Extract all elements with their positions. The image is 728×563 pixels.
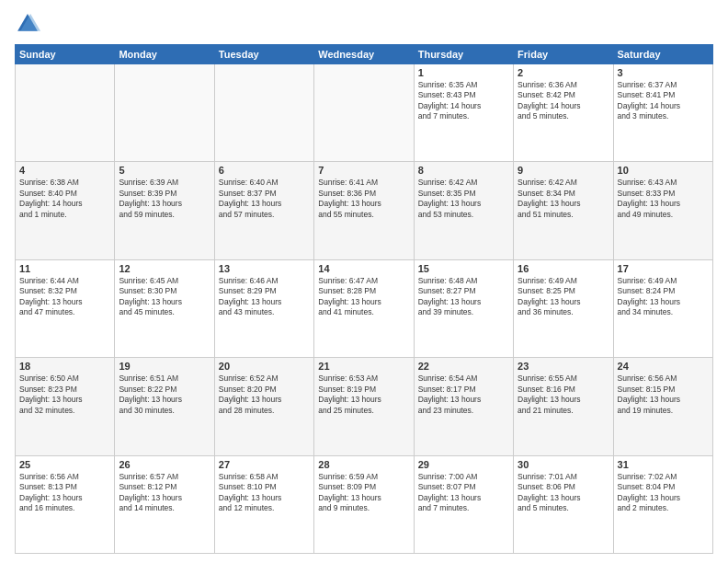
day-info: Sunrise: 6:55 AM Sunset: 8:16 PM Dayligh…	[518, 373, 609, 416]
day-number: 20	[219, 361, 310, 372]
day-number: 18	[19, 361, 110, 372]
day-info: Sunrise: 6:39 AM Sunset: 8:39 PM Dayligh…	[119, 178, 210, 220]
day-info: Sunrise: 6:59 AM Sunset: 8:09 PM Dayligh…	[318, 472, 409, 514]
day-info: Sunrise: 6:35 AM Sunset: 8:43 PM Dayligh…	[418, 80, 509, 122]
weekday-header: Thursday	[414, 45, 513, 64]
day-info: Sunrise: 6:52 AM Sunset: 8:20 PM Dayligh…	[219, 373, 310, 416]
day-info: Sunrise: 6:43 AM Sunset: 8:33 PM Dayligh…	[618, 178, 709, 220]
calendar-cell: 9Sunrise: 6:42 AM Sunset: 8:34 PM Daylig…	[514, 162, 613, 259]
calendar-cell: 24Sunrise: 6:56 AM Sunset: 8:15 PM Dayli…	[613, 358, 712, 455]
day-number: 3	[618, 67, 709, 78]
day-number: 28	[318, 459, 409, 470]
day-info: Sunrise: 6:49 AM Sunset: 8:25 PM Dayligh…	[518, 276, 609, 318]
calendar-week-row: 11Sunrise: 6:44 AM Sunset: 8:32 PM Dayli…	[16, 259, 713, 357]
calendar-cell: 31Sunrise: 7:02 AM Sunset: 8:04 PM Dayli…	[613, 455, 712, 553]
calendar-cell: 30Sunrise: 7:01 AM Sunset: 8:06 PM Dayli…	[514, 455, 613, 553]
day-number: 25	[19, 459, 110, 470]
calendar-cell: 4Sunrise: 6:38 AM Sunset: 8:40 PM Daylig…	[16, 162, 115, 259]
day-number: 5	[119, 165, 210, 176]
day-number: 17	[618, 263, 709, 274]
day-number: 24	[618, 361, 709, 372]
calendar-cell: 7Sunrise: 6:41 AM Sunset: 8:36 PM Daylig…	[314, 162, 414, 259]
calendar-cell	[214, 64, 313, 162]
day-info: Sunrise: 6:49 AM Sunset: 8:24 PM Dayligh…	[618, 276, 709, 318]
day-number: 6	[219, 165, 310, 176]
day-number: 22	[418, 361, 509, 372]
day-info: Sunrise: 6:44 AM Sunset: 8:32 PM Dayligh…	[19, 276, 110, 318]
logo-icon	[15, 11, 40, 37]
calendar-cell: 13Sunrise: 6:46 AM Sunset: 8:29 PM Dayli…	[214, 259, 313, 357]
day-info: Sunrise: 6:40 AM Sunset: 8:37 PM Dayligh…	[219, 178, 310, 220]
calendar-week-row: 1Sunrise: 6:35 AM Sunset: 8:43 PM Daylig…	[16, 64, 713, 162]
day-info: Sunrise: 6:38 AM Sunset: 8:40 PM Dayligh…	[19, 178, 110, 220]
day-number: 8	[418, 165, 509, 176]
day-number: 29	[418, 459, 509, 470]
day-number: 19	[119, 361, 210, 372]
day-info: Sunrise: 6:54 AM Sunset: 8:17 PM Dayligh…	[418, 373, 509, 416]
calendar-cell: 18Sunrise: 6:50 AM Sunset: 8:23 PM Dayli…	[16, 358, 115, 455]
calendar-cell: 14Sunrise: 6:47 AM Sunset: 8:28 PM Dayli…	[314, 259, 414, 357]
calendar-cell: 11Sunrise: 6:44 AM Sunset: 8:32 PM Dayli…	[16, 259, 115, 357]
day-number: 13	[219, 263, 310, 274]
weekday-header-row: SundayMondayTuesdayWednesdayThursdayFrid…	[16, 45, 713, 64]
calendar-cell: 20Sunrise: 6:52 AM Sunset: 8:20 PM Dayli…	[214, 358, 313, 455]
header	[15, 11, 713, 37]
day-info: Sunrise: 6:50 AM Sunset: 8:23 PM Dayligh…	[19, 373, 110, 416]
calendar-cell: 10Sunrise: 6:43 AM Sunset: 8:33 PM Dayli…	[613, 162, 712, 259]
day-info: Sunrise: 6:58 AM Sunset: 8:10 PM Dayligh…	[219, 472, 310, 514]
weekday-header: Tuesday	[214, 45, 313, 64]
day-number: 31	[618, 459, 709, 470]
calendar-week-row: 18Sunrise: 6:50 AM Sunset: 8:23 PM Dayli…	[16, 358, 713, 455]
day-info: Sunrise: 6:36 AM Sunset: 8:42 PM Dayligh…	[518, 80, 609, 122]
calendar-week-row: 25Sunrise: 6:56 AM Sunset: 8:13 PM Dayli…	[16, 455, 713, 553]
day-info: Sunrise: 6:57 AM Sunset: 8:12 PM Dayligh…	[119, 472, 210, 514]
day-info: Sunrise: 6:37 AM Sunset: 8:41 PM Dayligh…	[618, 80, 709, 122]
calendar-cell: 27Sunrise: 6:58 AM Sunset: 8:10 PM Dayli…	[214, 455, 313, 553]
calendar-week-row: 4Sunrise: 6:38 AM Sunset: 8:40 PM Daylig…	[16, 162, 713, 259]
day-info: Sunrise: 6:41 AM Sunset: 8:36 PM Dayligh…	[318, 178, 409, 220]
calendar-cell	[16, 64, 115, 162]
day-info: Sunrise: 6:53 AM Sunset: 8:19 PM Dayligh…	[318, 373, 409, 416]
calendar-cell: 6Sunrise: 6:40 AM Sunset: 8:37 PM Daylig…	[214, 162, 313, 259]
day-number: 21	[318, 361, 409, 372]
calendar-cell: 21Sunrise: 6:53 AM Sunset: 8:19 PM Dayli…	[314, 358, 414, 455]
day-number: 10	[618, 165, 709, 176]
calendar-cell: 2Sunrise: 6:36 AM Sunset: 8:42 PM Daylig…	[514, 64, 613, 162]
day-number: 9	[518, 165, 609, 176]
day-number: 2	[518, 67, 609, 78]
day-info: Sunrise: 6:51 AM Sunset: 8:22 PM Dayligh…	[119, 373, 210, 416]
day-info: Sunrise: 6:56 AM Sunset: 8:15 PM Dayligh…	[618, 373, 709, 416]
calendar-cell: 15Sunrise: 6:48 AM Sunset: 8:27 PM Dayli…	[414, 259, 513, 357]
weekday-header: Sunday	[16, 45, 115, 64]
page: SundayMondayTuesdayWednesdayThursdayFrid…	[0, 0, 728, 563]
calendar-cell: 1Sunrise: 6:35 AM Sunset: 8:43 PM Daylig…	[414, 64, 513, 162]
logo	[15, 11, 44, 37]
calendar-cell: 22Sunrise: 6:54 AM Sunset: 8:17 PM Dayli…	[414, 358, 513, 455]
calendar-cell: 8Sunrise: 6:42 AM Sunset: 8:35 PM Daylig…	[414, 162, 513, 259]
day-info: Sunrise: 6:47 AM Sunset: 8:28 PM Dayligh…	[318, 276, 409, 318]
calendar-cell: 19Sunrise: 6:51 AM Sunset: 8:22 PM Dayli…	[115, 358, 214, 455]
day-info: Sunrise: 7:01 AM Sunset: 8:06 PM Dayligh…	[518, 472, 609, 514]
calendar-cell: 3Sunrise: 6:37 AM Sunset: 8:41 PM Daylig…	[613, 64, 712, 162]
weekday-header: Monday	[115, 45, 214, 64]
day-number: 14	[318, 263, 409, 274]
day-number: 11	[19, 263, 110, 274]
day-info: Sunrise: 6:42 AM Sunset: 8:34 PM Dayligh…	[518, 178, 609, 220]
day-info: Sunrise: 7:00 AM Sunset: 8:07 PM Dayligh…	[418, 472, 509, 514]
day-info: Sunrise: 6:46 AM Sunset: 8:29 PM Dayligh…	[219, 276, 310, 318]
weekday-header: Wednesday	[314, 45, 414, 64]
day-number: 27	[219, 459, 310, 470]
calendar-cell: 23Sunrise: 6:55 AM Sunset: 8:16 PM Dayli…	[514, 358, 613, 455]
day-number: 12	[119, 263, 210, 274]
calendar-cell: 29Sunrise: 7:00 AM Sunset: 8:07 PM Dayli…	[414, 455, 513, 553]
calendar-cell: 28Sunrise: 6:59 AM Sunset: 8:09 PM Dayli…	[314, 455, 414, 553]
calendar-cell: 25Sunrise: 6:56 AM Sunset: 8:13 PM Dayli…	[16, 455, 115, 553]
calendar-cell	[314, 64, 414, 162]
weekday-header: Saturday	[613, 45, 712, 64]
day-number: 26	[119, 459, 210, 470]
calendar-cell: 17Sunrise: 6:49 AM Sunset: 8:24 PM Dayli…	[613, 259, 712, 357]
calendar-cell	[115, 64, 214, 162]
day-number: 15	[418, 263, 509, 274]
day-info: Sunrise: 6:56 AM Sunset: 8:13 PM Dayligh…	[19, 472, 110, 514]
day-number: 30	[518, 459, 609, 470]
